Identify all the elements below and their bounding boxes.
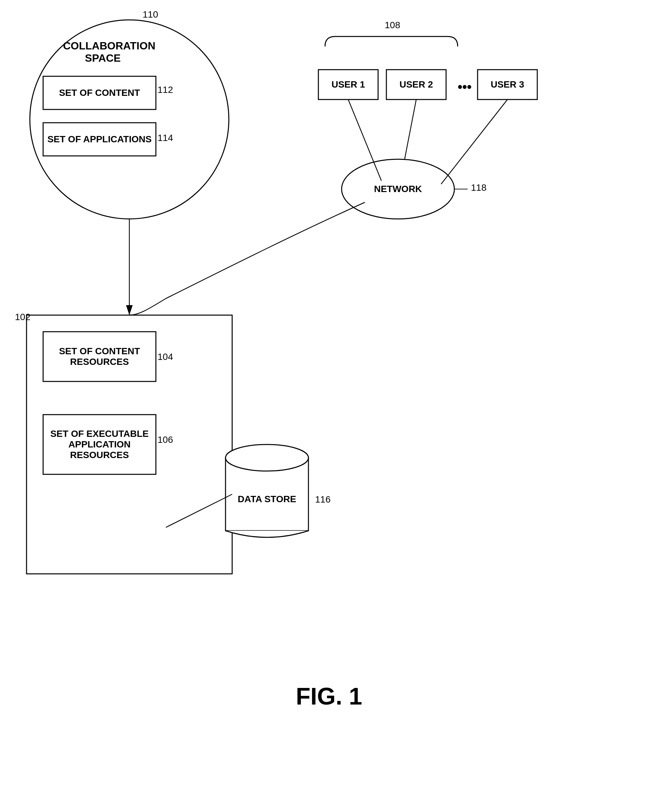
ref-114: 114	[158, 133, 173, 143]
svg-line-8	[405, 99, 416, 159]
ref-108: 108	[385, 20, 400, 30]
ref-106: 106	[158, 434, 173, 445]
ref-112: 112	[158, 85, 173, 95]
set-of-applications-label: SET OF APPLICATIONS	[43, 123, 156, 156]
user2-label: USER 2	[386, 70, 446, 99]
svg-point-14	[226, 444, 309, 471]
set-of-executable-label: SET OF EXECUTABLE APPLICATION RESOURCES	[43, 415, 156, 474]
user3-label: USER 3	[478, 70, 537, 99]
network-label: NETWORK	[358, 176, 438, 202]
set-of-content-resources-label: SET OF CONTENT RESOURCES	[43, 332, 156, 381]
data-store-label: DATA STORE	[229, 478, 305, 521]
ref-118: 118	[471, 182, 487, 193]
svg-line-9	[441, 99, 508, 184]
figure-label: FIG. 1	[0, 683, 658, 710]
ref-102: 102	[15, 312, 30, 322]
svg-marker-16	[126, 305, 133, 315]
set-of-content-label: SET OF CONTENT	[43, 76, 156, 110]
diagram: 110 COLLABORATIONSPACE SET OF CONTENT 11…	[0, 0, 658, 730]
user1-label: USER 1	[318, 70, 378, 99]
ellipsis: •••	[458, 80, 472, 94]
ref-110: 110	[143, 9, 158, 20]
ref-116: 116	[315, 494, 331, 505]
ref-104: 104	[158, 352, 173, 362]
collaboration-space-label: COLLABORATIONSPACE	[63, 40, 143, 64]
